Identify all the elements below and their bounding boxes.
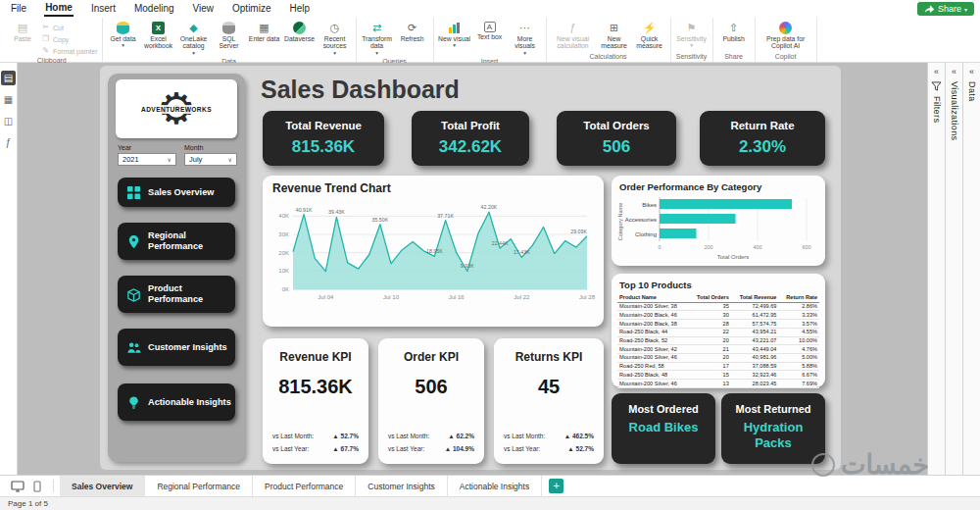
- adventureworks-logo: ⚙ ADVENTUREWORKS: [116, 79, 237, 138]
- ribbon-group-data: Get data ▾ X Excel workbook ◆ OneLake ca…: [103, 18, 357, 62]
- svg-text:Jul 22: Jul 22: [514, 294, 530, 300]
- kpi-card-total-profit[interactable]: Total Profit 342.62K: [412, 111, 529, 166]
- transform-data-icon: ⇄: [370, 22, 383, 34]
- table-row[interactable]: Mountain-200 Black, 382857,574.753.57%: [617, 320, 819, 329]
- tab-actionable-insights[interactable]: Actionable Insights: [448, 476, 542, 496]
- nav-sales-overview[interactable]: Sales Overview: [118, 178, 235, 207]
- menu-view[interactable]: View: [192, 2, 216, 16]
- month-slicer-dropdown[interactable]: July ∨: [184, 153, 237, 166]
- tab-customer-insights[interactable]: Customer Insights: [356, 476, 448, 496]
- menu-help[interactable]: Help: [288, 2, 311, 16]
- sql-server-button[interactable]: SQL Server: [213, 20, 246, 50]
- desktop-view-icon[interactable]: [8, 476, 27, 496]
- new-visual-calculation-button[interactable]: ƒ New visual calculation: [551, 20, 596, 50]
- refresh-button[interactable]: ⟳ Refresh: [396, 20, 429, 42]
- new-measure-button[interactable]: ⊞ New measure: [598, 20, 631, 50]
- filters-pane[interactable]: « Filters: [927, 63, 945, 475]
- prep-data-for-copilot-button[interactable]: Prep data for Copilot AI: [760, 20, 812, 50]
- most-ordered-card[interactable]: Most Ordered Road Bikes: [612, 393, 715, 464]
- paste-button[interactable]: ▤ Paste: [6, 20, 39, 42]
- share-button[interactable]: Share ▾: [917, 2, 974, 16]
- svg-text:Jul 28: Jul 28: [579, 294, 596, 300]
- nav-customer-insights[interactable]: Customer Insights: [118, 329, 235, 366]
- menu-insert[interactable]: Insert: [90, 2, 117, 16]
- nav-regional-performance[interactable]: Regional Performance: [118, 223, 235, 260]
- nav-product-performance[interactable]: Product Performance: [118, 276, 235, 313]
- sensitivity-button[interactable]: ⚑ Sensitivity ▾: [675, 20, 709, 49]
- table-cell: Mountain-200 Black, 46: [617, 311, 689, 320]
- delta-label: vs Last Year:: [388, 445, 424, 452]
- enter-data-button[interactable]: ▦ Enter data: [248, 20, 281, 42]
- dataverse-button[interactable]: Dataverse: [283, 20, 317, 42]
- kpi-panel-value: 506: [378, 376, 484, 398]
- table-cell: 4.76%: [778, 345, 819, 354]
- kpi-card-total-revenue[interactable]: Total Revenue 815.36K: [263, 111, 384, 166]
- nav-actionable-insights[interactable]: Actionable Insights: [118, 383, 235, 421]
- table-row[interactable]: Road-250 Black, 481532,923.466.67%: [617, 371, 819, 380]
- revenue-kpi-panel[interactable]: Revenue KPI 815.36K vs Last Month:▲ 52.7…: [263, 338, 368, 464]
- svg-text:Clothing: Clothing: [635, 231, 657, 237]
- format-painter-button[interactable]: ✎ Format painter: [41, 46, 98, 56]
- table-row[interactable]: Road-250 Black, 442243,954.214.55%: [617, 328, 819, 336]
- new-visual-icon: [448, 22, 461, 34]
- get-data-button[interactable]: Get data ▾: [107, 20, 140, 49]
- table-view-icon[interactable]: ▦: [1, 92, 16, 107]
- year-slicer-dropdown[interactable]: 2021 ∨: [118, 153, 176, 166]
- table-row[interactable]: Mountain-200 Silver, 461328,023.457.69%: [617, 380, 819, 388]
- table-cell: 3.33%: [778, 311, 819, 320]
- nav-label: Regional Performance: [148, 230, 235, 251]
- report-page[interactable]: ⚙ ADVENTUREWORKS Year 2021 ∨ Month July …: [100, 66, 841, 470]
- onelake-catalog-button[interactable]: ◆ OneLake catalog ▾: [177, 20, 211, 57]
- more-visuals-icon: ⋯: [518, 22, 531, 34]
- cut-button[interactable]: ✂ Cut: [41, 23, 98, 32]
- add-page-button[interactable]: +: [549, 479, 564, 493]
- data-pane-label: Data: [967, 81, 977, 102]
- data-pane[interactable]: « Data: [962, 63, 980, 475]
- table-row[interactable]: Road-250 Black, 522043,221.0710.00%: [617, 336, 819, 345]
- kpi-card-return-rate[interactable]: Return Rate 2.30%: [700, 111, 825, 166]
- table-row[interactable]: Mountain-200 Black, 463061,472.953.33%: [617, 311, 819, 320]
- ribbon-group-insert: New visual ▾ A Text box ⋯ More visuals ▾…: [434, 18, 547, 62]
- most-returned-card[interactable]: Most Returned Hydration Packs: [721, 393, 825, 464]
- menu-file[interactable]: File: [10, 2, 27, 16]
- onelake-label: OneLake catalog: [177, 35, 211, 50]
- kpi-card-total-orders[interactable]: Total Orders 506: [557, 111, 676, 166]
- table-cell: 4.55%: [778, 328, 819, 336]
- recent-sources-button[interactable]: ◷ Recent sources ▾: [318, 20, 352, 57]
- new-visual-button[interactable]: New visual ▾: [438, 20, 471, 49]
- transform-data-button[interactable]: ⇄ Transform data ▾: [361, 20, 394, 57]
- mobile-view-icon[interactable]: [27, 476, 47, 496]
- tab-product-performance[interactable]: Product Performance: [253, 476, 356, 496]
- order-kpi-panel[interactable]: Order KPI 506 vs Last Month:▲ 62.2% vs L…: [378, 338, 484, 464]
- visualizations-pane[interactable]: « Visualizations: [945, 63, 962, 475]
- top-products-table-card[interactable]: Top 10 Products Product NameTotal Orders…: [612, 274, 825, 387]
- menu-home[interactable]: Home: [44, 1, 74, 17]
- text-box-button[interactable]: A Text box: [473, 20, 507, 40]
- more-visuals-button[interactable]: ⋯ More visuals ▾: [509, 20, 542, 57]
- returns-kpi-panel[interactable]: Returns KPI 45 vs Last Month:▲ 462.5% vs…: [494, 338, 604, 464]
- menu-optimize[interactable]: Optimize: [231, 2, 271, 16]
- table-cell: 61,472.95: [731, 311, 779, 320]
- dax-query-view-icon[interactable]: ƒ: [1, 135, 16, 150]
- table-row[interactable]: Road-250 Red, 581737,088.595.88%: [617, 362, 819, 371]
- tab-regional-performance[interactable]: Regional Performance: [145, 476, 253, 496]
- table-row[interactable]: Mountain-200 Silver, 422143,449.044.76%: [617, 345, 819, 354]
- report-view-icon[interactable]: ▤: [1, 71, 16, 85]
- new-visual-calculation-label: New visual calculation: [551, 35, 596, 50]
- table-row[interactable]: Mountain-200 Silver, 462040,981.965.00%: [617, 353, 819, 362]
- quick-measure-button[interactable]: ⚡ Quick measure: [633, 20, 666, 50]
- copy-button[interactable]: ❐ Copy: [41, 34, 98, 44]
- table-row[interactable]: Mountain-200 Silver, 383572,499.692.86%: [617, 302, 819, 311]
- filters-pane-label: Filters: [932, 96, 942, 123]
- view-rail: ▤ ▦ ◫ ƒ: [0, 63, 18, 475]
- model-view-icon[interactable]: ◫: [1, 114, 16, 128]
- tab-sales-overview[interactable]: Sales Overview: [60, 476, 145, 496]
- svg-text:Jul 04: Jul 04: [318, 294, 334, 300]
- publish-button[interactable]: ⇧ Publish: [717, 20, 751, 42]
- card-title: Most Ordered: [612, 403, 715, 415]
- excel-workbook-button[interactable]: X Excel workbook: [142, 20, 175, 50]
- nav-label: Sales Overview: [148, 187, 214, 198]
- menu-modeling[interactable]: Modeling: [133, 2, 175, 16]
- revenue-trend-chart[interactable]: Revenue Trend Chart 0K10K20K30K40K40.91K…: [263, 176, 604, 327]
- orders-by-category-chart[interactable]: Order Performance By Category 0200400600…: [612, 176, 825, 266]
